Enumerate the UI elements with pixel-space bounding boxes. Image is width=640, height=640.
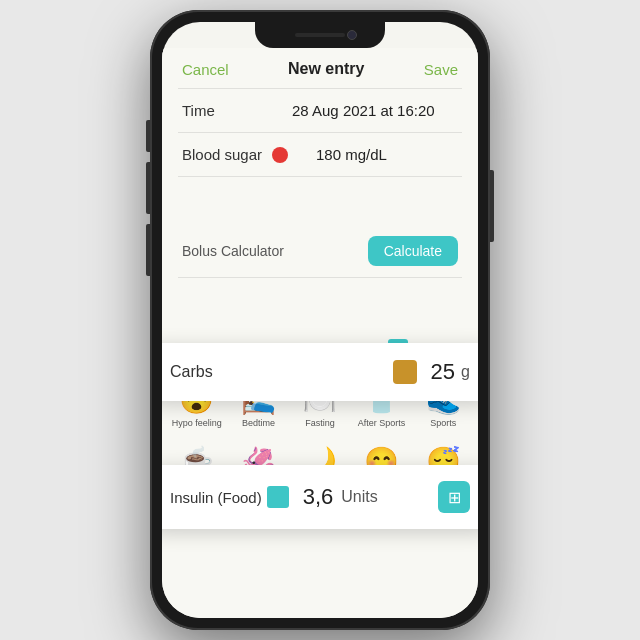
insulin-food-card[interactable]: Insulin (Food) 3,6 Units ⊞: [162, 465, 478, 529]
phone-container: Cancel New entry Save Time 28 Aug 2021 a…: [150, 10, 490, 630]
screen: Cancel New entry Save Time 28 Aug 2021 a…: [162, 22, 478, 618]
after-sports-label: After Sports: [358, 418, 406, 428]
sports-label: Sports: [430, 418, 456, 428]
carbs-color-indicator: [393, 360, 417, 384]
bolus-divider: [178, 277, 462, 278]
carbs-unit: g: [461, 363, 470, 381]
bolus-calculator-row: Bolus Calculator Calculate: [162, 225, 478, 277]
fasting-label: Fasting: [305, 418, 335, 428]
insulin-food-value: 3,6: [303, 484, 334, 510]
cancel-button[interactable]: Cancel: [182, 61, 229, 78]
blood-sugar-indicator: [272, 147, 288, 163]
time-value: 28 Aug 2021 at 16:20: [292, 102, 435, 119]
carbs-card[interactable]: Carbs 25 g: [162, 343, 478, 401]
blood-sugar-row: Blood sugar 180 mg/dL: [162, 133, 478, 176]
insulin-food-unit: Units: [341, 488, 438, 506]
header-bar: Cancel New entry Save: [162, 48, 478, 88]
carbs-value: 25: [431, 359, 455, 385]
blood-sugar-value: 180 mg/dL: [316, 146, 387, 163]
speaker: [295, 33, 345, 37]
notch: [255, 22, 385, 48]
blood-sugar-divider: [178, 176, 462, 177]
calculate-button[interactable]: Calculate: [368, 236, 458, 266]
bolus-calculator-label: Bolus Calculator: [182, 243, 284, 259]
time-label: Time: [182, 102, 272, 119]
hypo-feeling-label: Hypo feeling: [172, 418, 222, 428]
app-content: Cancel New entry Save Time 28 Aug 2021 a…: [162, 48, 478, 618]
volume-down-button: [146, 224, 150, 276]
volume-mute-button: [146, 120, 150, 152]
carbs-label: Carbs: [170, 363, 393, 381]
blood-sugar-label: Blood sugar: [182, 146, 272, 163]
time-row: Time 28 Aug 2021 at 16:20: [162, 89, 478, 132]
camera: [347, 30, 357, 40]
save-button[interactable]: Save: [424, 61, 458, 78]
page-title: New entry: [288, 60, 364, 78]
power-button: [490, 170, 494, 242]
volume-up-button: [146, 162, 150, 214]
bedtime-label: Bedtime: [242, 418, 275, 428]
insulin-food-color-indicator: [267, 486, 289, 508]
calculator-icon[interactable]: ⊞: [438, 481, 470, 513]
insulin-food-label: Insulin (Food): [170, 489, 267, 506]
